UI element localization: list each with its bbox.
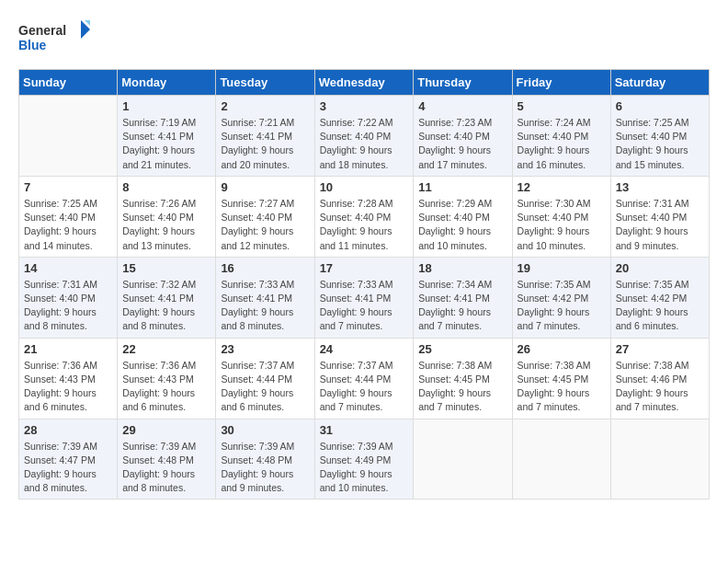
calendar-cell: 8Sunrise: 7:26 AMSunset: 4:40 PMDaylight… <box>118 176 216 257</box>
day-number: 7 <box>24 180 112 194</box>
day-info: Sunrise: 7:33 AMSunset: 4:41 PMDaylight:… <box>320 278 409 334</box>
day-number: 12 <box>518 180 606 194</box>
day-number: 14 <box>24 261 112 275</box>
day-number: 22 <box>122 342 210 356</box>
calendar-cell: 26Sunrise: 7:38 AMSunset: 4:45 PMDayligh… <box>512 338 610 419</box>
day-info: Sunrise: 7:33 AMSunset: 4:41 PMDaylight:… <box>221 278 309 334</box>
calendar-cell: 18Sunrise: 7:34 AMSunset: 4:41 PMDayligh… <box>414 257 512 338</box>
calendar-cell: 15Sunrise: 7:32 AMSunset: 4:41 PMDayligh… <box>118 257 216 338</box>
day-info: Sunrise: 7:38 AMSunset: 4:45 PMDaylight:… <box>518 359 606 415</box>
calendar: SundayMondayTuesdayWednesdayThursdayFrid… <box>18 69 710 500</box>
day-info: Sunrise: 7:39 AMSunset: 4:48 PMDaylight:… <box>122 440 210 496</box>
calendar-cell <box>610 419 709 500</box>
day-number: 23 <box>221 342 309 356</box>
day-info: Sunrise: 7:36 AMSunset: 4:43 PMDaylight:… <box>24 359 112 415</box>
svg-text:Blue: Blue <box>18 38 47 52</box>
day-number: 31 <box>320 423 409 437</box>
calendar-cell: 28Sunrise: 7:39 AMSunset: 4:47 PMDayligh… <box>19 419 118 500</box>
calendar-cell: 16Sunrise: 7:33 AMSunset: 4:41 PMDayligh… <box>216 257 314 338</box>
calendar-header-row: SundayMondayTuesdayWednesdayThursdayFrid… <box>19 70 710 96</box>
calendar-cell: 17Sunrise: 7:33 AMSunset: 4:41 PMDayligh… <box>314 257 414 338</box>
day-number: 17 <box>320 261 409 275</box>
day-info: Sunrise: 7:38 AMSunset: 4:46 PMDaylight:… <box>616 359 704 415</box>
day-number: 15 <box>122 261 210 275</box>
day-info: Sunrise: 7:24 AMSunset: 4:40 PMDaylight:… <box>518 116 606 172</box>
calendar-header-monday: Monday <box>118 70 216 96</box>
day-number: 24 <box>320 342 409 356</box>
calendar-header-friday: Friday <box>512 70 610 96</box>
day-number: 27 <box>616 342 704 356</box>
day-number: 5 <box>518 99 606 113</box>
calendar-cell: 2Sunrise: 7:21 AMSunset: 4:41 PMDaylight… <box>216 96 314 177</box>
day-info: Sunrise: 7:39 AMSunset: 4:49 PMDaylight:… <box>320 440 409 496</box>
day-number: 3 <box>320 99 409 113</box>
day-info: Sunrise: 7:37 AMSunset: 4:44 PMDaylight:… <box>221 359 309 415</box>
calendar-cell: 6Sunrise: 7:25 AMSunset: 4:40 PMDaylight… <box>610 96 709 177</box>
day-info: Sunrise: 7:25 AMSunset: 4:40 PMDaylight:… <box>24 197 112 253</box>
day-info: Sunrise: 7:34 AMSunset: 4:41 PMDaylight:… <box>418 278 506 334</box>
calendar-cell: 12Sunrise: 7:30 AMSunset: 4:40 PMDayligh… <box>512 176 610 257</box>
day-info: Sunrise: 7:23 AMSunset: 4:40 PMDaylight:… <box>418 116 506 172</box>
day-number: 11 <box>418 180 506 194</box>
day-info: Sunrise: 7:25 AMSunset: 4:40 PMDaylight:… <box>616 116 704 172</box>
calendar-header-saturday: Saturday <box>610 70 709 96</box>
calendar-week-row: 21Sunrise: 7:36 AMSunset: 4:43 PMDayligh… <box>19 338 710 419</box>
day-info: Sunrise: 7:31 AMSunset: 4:40 PMDaylight:… <box>24 278 112 334</box>
day-number: 16 <box>221 261 309 275</box>
calendar-cell: 7Sunrise: 7:25 AMSunset: 4:40 PMDaylight… <box>19 176 118 257</box>
calendar-cell: 29Sunrise: 7:39 AMSunset: 4:48 PMDayligh… <box>118 419 216 500</box>
calendar-cell: 14Sunrise: 7:31 AMSunset: 4:40 PMDayligh… <box>19 257 118 338</box>
day-number: 26 <box>518 342 606 356</box>
day-info: Sunrise: 7:35 AMSunset: 4:42 PMDaylight:… <box>518 278 606 334</box>
calendar-cell: 22Sunrise: 7:36 AMSunset: 4:43 PMDayligh… <box>118 338 216 419</box>
calendar-cell: 5Sunrise: 7:24 AMSunset: 4:40 PMDaylight… <box>512 96 610 177</box>
calendar-week-row: 14Sunrise: 7:31 AMSunset: 4:40 PMDayligh… <box>19 257 710 338</box>
calendar-header-sunday: Sunday <box>19 70 118 96</box>
day-info: Sunrise: 7:27 AMSunset: 4:40 PMDaylight:… <box>221 197 309 253</box>
calendar-cell: 31Sunrise: 7:39 AMSunset: 4:49 PMDayligh… <box>314 419 414 500</box>
day-info: Sunrise: 7:30 AMSunset: 4:40 PMDaylight:… <box>518 197 606 253</box>
day-number: 30 <box>221 423 309 437</box>
calendar-cell: 20Sunrise: 7:35 AMSunset: 4:42 PMDayligh… <box>610 257 709 338</box>
day-info: Sunrise: 7:21 AMSunset: 4:41 PMDaylight:… <box>221 116 309 172</box>
header: General Blue <box>18 18 710 60</box>
day-info: Sunrise: 7:39 AMSunset: 4:47 PMDaylight:… <box>24 440 112 496</box>
calendar-cell: 23Sunrise: 7:37 AMSunset: 4:44 PMDayligh… <box>216 338 314 419</box>
calendar-cell: 30Sunrise: 7:39 AMSunset: 4:48 PMDayligh… <box>216 419 314 500</box>
day-number: 20 <box>616 261 704 275</box>
day-info: Sunrise: 7:37 AMSunset: 4:44 PMDaylight:… <box>320 359 409 415</box>
day-number: 29 <box>122 423 210 437</box>
calendar-cell: 21Sunrise: 7:36 AMSunset: 4:43 PMDayligh… <box>19 338 118 419</box>
day-number: 6 <box>616 99 704 113</box>
calendar-week-row: 7Sunrise: 7:25 AMSunset: 4:40 PMDaylight… <box>19 176 710 257</box>
day-number: 10 <box>320 180 409 194</box>
svg-text:General: General <box>18 23 66 38</box>
calendar-cell: 1Sunrise: 7:19 AMSunset: 4:41 PMDaylight… <box>118 96 216 177</box>
calendar-cell: 24Sunrise: 7:37 AMSunset: 4:44 PMDayligh… <box>314 338 414 419</box>
day-number: 18 <box>418 261 506 275</box>
logo-icon: General Blue <box>18 18 92 60</box>
day-number: 9 <box>221 180 309 194</box>
calendar-cell: 11Sunrise: 7:29 AMSunset: 4:40 PMDayligh… <box>414 176 512 257</box>
day-info: Sunrise: 7:39 AMSunset: 4:48 PMDaylight:… <box>221 440 309 496</box>
calendar-header-thursday: Thursday <box>414 70 512 96</box>
calendar-cell: 3Sunrise: 7:22 AMSunset: 4:40 PMDaylight… <box>314 96 414 177</box>
day-info: Sunrise: 7:36 AMSunset: 4:43 PMDaylight:… <box>122 359 210 415</box>
day-number: 21 <box>24 342 112 356</box>
calendar-cell: 13Sunrise: 7:31 AMSunset: 4:40 PMDayligh… <box>610 176 709 257</box>
calendar-cell: 10Sunrise: 7:28 AMSunset: 4:40 PMDayligh… <box>314 176 414 257</box>
calendar-week-row: 1Sunrise: 7:19 AMSunset: 4:41 PMDaylight… <box>19 96 710 177</box>
day-number: 13 <box>616 180 704 194</box>
calendar-header-wednesday: Wednesday <box>314 70 414 96</box>
day-info: Sunrise: 7:35 AMSunset: 4:42 PMDaylight:… <box>616 278 704 334</box>
day-number: 28 <box>24 423 112 437</box>
calendar-cell: 25Sunrise: 7:38 AMSunset: 4:45 PMDayligh… <box>414 338 512 419</box>
calendar-cell: 19Sunrise: 7:35 AMSunset: 4:42 PMDayligh… <box>512 257 610 338</box>
day-number: 25 <box>418 342 506 356</box>
calendar-week-row: 28Sunrise: 7:39 AMSunset: 4:47 PMDayligh… <box>19 419 710 500</box>
calendar-cell: 4Sunrise: 7:23 AMSunset: 4:40 PMDaylight… <box>414 96 512 177</box>
calendar-cell: 27Sunrise: 7:38 AMSunset: 4:46 PMDayligh… <box>610 338 709 419</box>
calendar-header-tuesday: Tuesday <box>216 70 314 96</box>
day-info: Sunrise: 7:22 AMSunset: 4:40 PMDaylight:… <box>320 116 409 172</box>
day-number: 4 <box>418 99 506 113</box>
